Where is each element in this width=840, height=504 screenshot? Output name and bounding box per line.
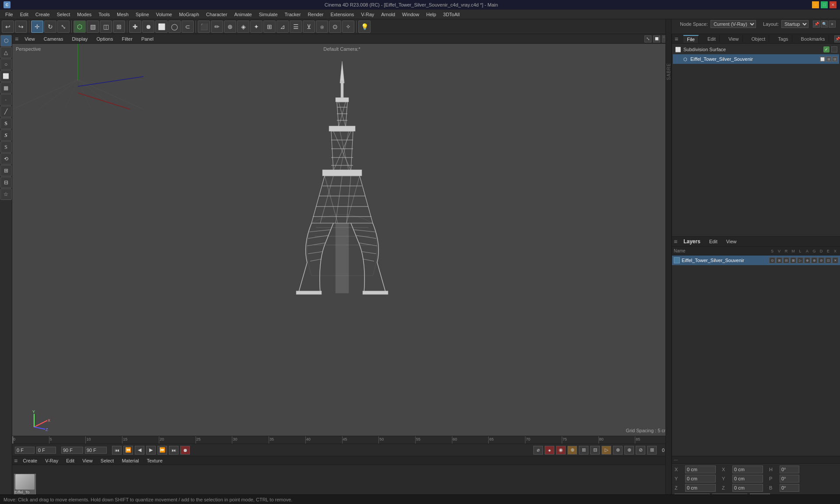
- transport-go-end[interactable]: ⏭: [169, 446, 178, 455]
- node-space-select[interactable]: Current (V-Ray): [710, 20, 756, 28]
- timeline[interactable]: 051015202530354045505560657075808590: [12, 436, 672, 444]
- menu-spline[interactable]: Spline: [132, 11, 153, 18]
- attr-y2-input[interactable]: [732, 475, 763, 483]
- lasso-btn[interactable]: ⊂: [182, 21, 194, 33]
- menu-animate[interactable]: Animate: [231, 11, 255, 18]
- vp-btn-expand[interactable]: ⤡: [644, 35, 651, 42]
- end-frame-right-input[interactable]: [85, 447, 107, 454]
- transport-btn-i[interactable]: ⊕: [624, 446, 634, 455]
- left-tool-point[interactable]: ·: [0, 94, 12, 105]
- deform-btn[interactable]: ◈: [237, 21, 249, 33]
- toolbar-search-icon[interactable]: 🔍: [821, 21, 828, 28]
- material-swatch-eiffel[interactable]: Eiffel_To: [14, 474, 36, 496]
- layer-icon-a[interactable]: ⊕: [804, 257, 810, 263]
- menu-tools[interactable]: Tools: [95, 11, 113, 18]
- menu-arnold[interactable]: Arnold: [378, 11, 399, 18]
- layer-icon-v[interactable]: ⊞: [776, 257, 782, 263]
- current-frame-input[interactable]: [36, 447, 56, 454]
- viewport-canvas[interactable]: X Y Z Perspective Default Camera:* Grid …: [12, 44, 672, 436]
- mat-menu-vray[interactable]: V-Ray: [42, 458, 61, 464]
- left-tool-star[interactable]: ☆: [0, 189, 12, 200]
- transport-play[interactable]: ▶: [146, 446, 156, 455]
- menu-simulate[interactable]: Simulate: [256, 11, 281, 18]
- menu-modes[interactable]: Modes: [74, 11, 95, 18]
- obj-row-subdivision[interactable]: ⬜ Subdivision Surface ✓: [673, 45, 839, 54]
- attr-x-input[interactable]: [685, 466, 716, 473]
- mat-menu-view[interactable]: View: [80, 458, 95, 464]
- obj-row-eiffel[interactable]: ⬡ Eiffel_Tower_Silver_Souvenir ⬜ ⊞ ⊟: [673, 54, 839, 64]
- vp-menu-panel[interactable]: Panel: [139, 36, 156, 42]
- left-tool-twist[interactable]: ⟲: [0, 153, 12, 164]
- left-tool-s2[interactable]: S: [0, 130, 12, 141]
- rotate-tool-button[interactable]: ↻: [44, 21, 56, 33]
- atom-btn[interactable]: ⍟: [316, 21, 328, 33]
- align-btn[interactable]: ⊿: [276, 21, 289, 33]
- boolean-btn[interactable]: ⊻: [303, 21, 315, 33]
- light-btn[interactable]: ✦: [250, 21, 262, 33]
- layer-icon-d[interactable]: ⊘: [818, 257, 824, 263]
- attr-p-input[interactable]: [780, 475, 799, 483]
- undo-button[interactable]: ↩: [2, 21, 14, 33]
- layout-select[interactable]: Startup: [781, 20, 808, 28]
- tab-file[interactable]: File: [683, 35, 699, 43]
- record-button[interactable]: ⏺: [142, 21, 154, 33]
- mat-menu-create[interactable]: Create: [20, 458, 40, 464]
- menu-3dtoall[interactable]: 3DToAll: [440, 11, 463, 18]
- target-btn[interactable]: ⊕: [224, 21, 236, 33]
- model-mode-btn[interactable]: ⬡: [74, 21, 86, 33]
- menu-create[interactable]: Create: [32, 11, 53, 18]
- transport-next[interactable]: ⏩: [158, 446, 167, 455]
- layer-icon-r[interactable]: ⊟: [783, 257, 789, 263]
- transport-record[interactable]: ⏺: [180, 446, 190, 455]
- layers-menu-icon[interactable]: ≡: [674, 238, 677, 245]
- vp-menu-view[interactable]: View: [22, 36, 38, 42]
- maximize-button[interactable]: □: [821, 1, 828, 8]
- grid-btn[interactable]: ⊞: [263, 21, 276, 33]
- pencil-btn[interactable]: ✏: [211, 21, 223, 33]
- menu-extensions[interactable]: Extensions: [327, 11, 357, 18]
- layer-row-eiffel[interactable]: Eiffel_Tower_Silver_Souvenir ⊙ ⊞ ⊟ ⊠ ▷ ⊕…: [672, 256, 840, 265]
- light-icon-btn[interactable]: 💡: [358, 21, 371, 33]
- menu-tracker[interactable]: Tracker: [281, 11, 304, 18]
- material-menu-icon[interactable]: ≡: [14, 457, 18, 464]
- left-tool-mesh[interactable]: △: [0, 47, 12, 58]
- menu-help[interactable]: Help: [423, 11, 440, 18]
- menu-render[interactable]: Render: [304, 11, 327, 18]
- tab-view[interactable]: View: [725, 35, 743, 42]
- transport-btn-g[interactable]: ▷: [602, 446, 611, 455]
- transport-btn-b[interactable]: ●: [545, 446, 554, 455]
- point-mode-btn[interactable]: ⊞: [113, 21, 125, 33]
- menu-mesh[interactable]: Mesh: [113, 11, 132, 18]
- layer-icon-e[interactable]: ⊡: [825, 257, 831, 263]
- menu-v-ray[interactable]: V-Ray: [357, 11, 378, 18]
- scale-tool-button[interactable]: ⤡: [57, 21, 70, 33]
- tab-object[interactable]: Object: [748, 35, 770, 42]
- redo-button[interactable]: ↪: [15, 21, 27, 33]
- minimize-button[interactable]: –: [812, 1, 819, 8]
- tab-edit[interactable]: Edit: [704, 35, 720, 42]
- cube-btn[interactable]: ⬛: [198, 21, 210, 33]
- move-tool-button[interactable]: ✛: [31, 21, 43, 33]
- left-tool-poly[interactable]: ⬜: [0, 70, 12, 82]
- left-tool-edge[interactable]: ▦: [0, 82, 12, 94]
- transport-btn-c[interactable]: ◉: [556, 446, 566, 455]
- tab-tags[interactable]: Tags: [774, 35, 792, 42]
- menu-select[interactable]: Select: [53, 11, 74, 18]
- edge-mode-btn[interactable]: ◫: [100, 21, 112, 33]
- left-tool-s1[interactable]: S: [0, 118, 12, 129]
- mat-menu-material[interactable]: Material: [119, 458, 141, 464]
- attr-h-input[interactable]: [780, 466, 799, 473]
- sphere-grid-btn[interactable]: ⊙: [329, 21, 341, 33]
- end-frame-left-input[interactable]: [61, 447, 83, 454]
- left-tool-line[interactable]: ╱: [0, 106, 12, 117]
- transport-btn-d[interactable]: ⊕: [567, 446, 577, 455]
- menu-character[interactable]: Character: [203, 11, 231, 18]
- vp-menu-display[interactable]: Display: [69, 36, 90, 42]
- left-tool-spline[interactable]: ○: [0, 59, 12, 70]
- vp-menu-cameras[interactable]: Cameras: [41, 36, 66, 42]
- transport-btn-f[interactable]: ⊟: [590, 446, 600, 455]
- snap-btn[interactable]: ✧: [342, 21, 354, 33]
- attr-z2-input[interactable]: [732, 484, 763, 492]
- start-frame-input[interactable]: [15, 447, 35, 454]
- tab-bookmarks[interactable]: Bookmarks: [798, 35, 829, 42]
